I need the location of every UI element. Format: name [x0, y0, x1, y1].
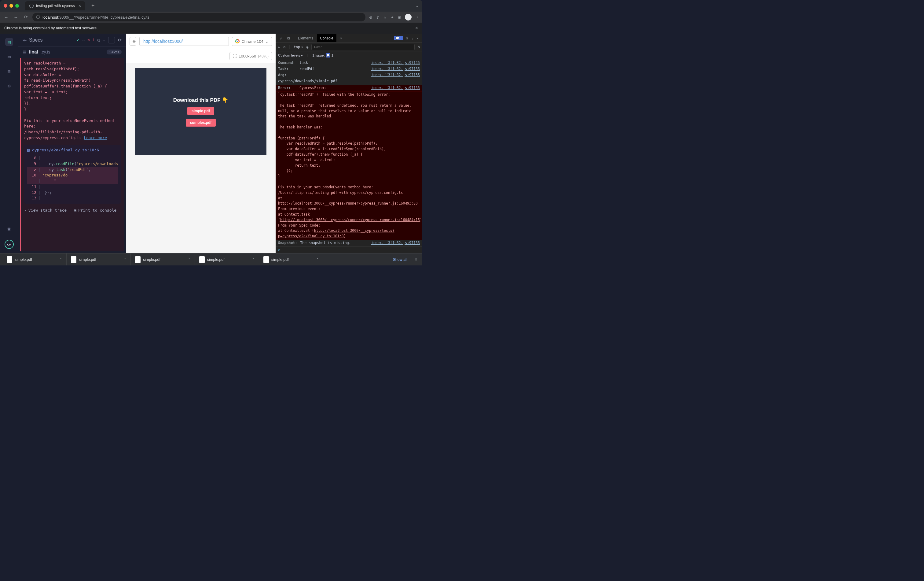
- show-all-downloads[interactable]: Show all: [388, 257, 412, 262]
- source-link[interactable]: index.ff3f1e82.js:97135: [371, 240, 420, 246]
- url-bar[interactable]: ⓘ localhost:3000/__/#/specs/runner?file=…: [32, 13, 365, 22]
- spec-name: final: [29, 49, 38, 55]
- specs-nav-icon[interactable]: ▤: [5, 38, 13, 46]
- console-prompt[interactable]: >: [276, 246, 422, 253]
- stack-link[interactable]: http://localhost:3000/__cypress/runner/c…: [278, 201, 418, 205]
- file-icon: [71, 256, 76, 263]
- url-host: localhost: [43, 15, 58, 20]
- clear-icon[interactable]: ⊘: [283, 45, 285, 49]
- spec-file-row[interactable]: ▤ final.cy.ts 136ms: [18, 47, 126, 57]
- levels-selector[interactable]: Custom levels ▾: [278, 53, 303, 58]
- fail-count: 1: [92, 38, 95, 42]
- pending-icon: ◷: [97, 38, 100, 42]
- share-icon[interactable]: ⇪: [376, 15, 380, 20]
- search-icon[interactable]: ⊕: [369, 15, 373, 20]
- download-item[interactable]: simple.pdf⌃: [195, 253, 259, 265]
- forward-button[interactable]: →: [13, 15, 19, 20]
- view-stack-button[interactable]: ›View stack trace: [24, 207, 67, 214]
- chevron-up-icon[interactable]: ⌃: [188, 258, 190, 261]
- browser-selector[interactable]: Chrome 104 ⌄: [232, 37, 272, 46]
- chevron-down-icon[interactable]: ⌄: [108, 37, 115, 43]
- device-icon[interactable]: ⧉: [285, 36, 292, 41]
- chevron-up-icon[interactable]: ⌃: [124, 258, 126, 261]
- download-item[interactable]: simple.pdf⌃: [131, 253, 195, 265]
- kebab-icon[interactable]: ⋮: [410, 36, 414, 40]
- issues-badge[interactable]: 💬 1: [394, 36, 403, 40]
- preview-toolbar: ⊕ http://localhost:3000/ Chrome 104 ⌄ ⛶ …: [126, 34, 276, 63]
- gear-icon[interactable]: ⚙: [406, 36, 408, 40]
- refresh-button[interactable]: ⟳: [118, 38, 122, 43]
- filter-input[interactable]: [311, 44, 414, 50]
- close-window-button[interactable]: [4, 4, 7, 8]
- context-selector[interactable]: top ▾: [294, 45, 303, 49]
- download-item[interactable]: simple.pdf⌃: [2, 253, 67, 265]
- source-link[interactable]: index.ff3f1e82.js:97135: [371, 73, 420, 78]
- expand-icon: ⇤: [23, 37, 26, 43]
- close-icon[interactable]: ×: [416, 36, 419, 40]
- issues-link[interactable]: 1 Issue: 💬1: [312, 53, 333, 58]
- download-item[interactable]: simple.pdf⌃: [259, 253, 323, 265]
- source-link[interactable]: index.ff3f1e82.js:97135: [371, 66, 420, 72]
- selector-playground-button[interactable]: ⊕: [130, 37, 136, 46]
- kebab-icon[interactable]: ⋮: [415, 15, 419, 20]
- gear-icon[interactable]: ⚙: [418, 45, 420, 49]
- source-link[interactable]: index.ff3f1e82.js:97135: [371, 85, 420, 91]
- back-button[interactable]: ←: [3, 15, 9, 20]
- play-icon[interactable]: ▸: [278, 45, 280, 49]
- debug-nav-icon[interactable]: ⊟: [5, 67, 13, 75]
- code-frame-file[interactable]: ▤ cypress/e2e/final.cy.ts:10:6: [27, 147, 118, 153]
- avatar[interactable]: [405, 14, 412, 20]
- viewport-size[interactable]: ⛶ 1000x660 (43%): [229, 52, 272, 60]
- new-tab-button[interactable]: +: [91, 3, 95, 9]
- chevron-up-icon[interactable]: ⌃: [252, 258, 254, 261]
- spec-duration: 136ms: [107, 50, 122, 55]
- browser-nav-bar: ← → ⟳ ⓘ localhost:3000/__/#/specs/runner…: [0, 12, 422, 23]
- settings-nav-icon[interactable]: ⚙: [5, 82, 13, 90]
- file-icon: ▤: [27, 147, 30, 153]
- minimize-window-button[interactable]: [10, 4, 13, 8]
- file-icon: [7, 256, 12, 263]
- close-icon[interactable]: ×: [79, 3, 81, 8]
- inspect-icon[interactable]: ⬀: [277, 36, 284, 40]
- chevron-up-icon[interactable]: ⌃: [316, 258, 319, 261]
- source-link[interactable]: index.ff3f1e82.js:97135: [371, 60, 420, 66]
- close-icon[interactable]: ×: [412, 257, 420, 262]
- specs-title[interactable]: ⇤ Specs: [23, 37, 74, 43]
- aut-url[interactable]: http://localhost:3000/: [139, 37, 229, 46]
- eye-icon[interactable]: ◉: [306, 45, 308, 49]
- file-icon: ▤: [23, 50, 26, 54]
- tab-title: testing-pdf-with-cypress: [36, 4, 75, 8]
- tab-console[interactable]: Console: [317, 34, 337, 42]
- close-icon[interactable]: ×: [415, 25, 418, 31]
- download-simple-button[interactable]: simple.pdf: [187, 107, 214, 115]
- tab-elements[interactable]: Elements: [295, 34, 316, 42]
- maximize-window-button[interactable]: [15, 4, 19, 8]
- file-icon: [263, 256, 269, 263]
- reload-button[interactable]: ⟳: [23, 14, 29, 20]
- extensions-icon[interactable]: ✦: [391, 15, 394, 20]
- stack-link[interactable]: http://localhost:3000/__cypress/runner/c…: [280, 218, 420, 222]
- chevron-down-icon[interactable]: ⌄: [415, 4, 419, 8]
- workspace: ▤ ▭ ⊟ ⚙ ⌘ cy ⇤ Specs ✓-- ✕1 ◷-- ⌄ ⟳ ▤ fi…: [0, 34, 422, 253]
- downloads-bar: simple.pdf⌃ simple.pdf⌃ simple.pdf⌃ simp…: [0, 253, 422, 265]
- chevron-down-icon: ⌄: [265, 39, 269, 44]
- devtools-panel: ⬀ ⧉ | Elements Console » 💬 1 ⚙ ⋮ × ▸ ⊘ |…: [276, 34, 422, 253]
- scale-icon: ⛶: [233, 54, 237, 58]
- print-console-button[interactable]: ▣Print to console: [74, 207, 116, 214]
- star-icon[interactable]: ☆: [383, 15, 387, 20]
- file-icon: [135, 256, 140, 263]
- error-code-snippet: var resolvedPath = path.resolve(pathToPd…: [24, 61, 121, 112]
- automation-msg: Chrome is being controlled by automated …: [4, 26, 98, 30]
- keyboard-icon[interactable]: ⌘: [5, 225, 13, 233]
- info-icon[interactable]: ⓘ: [36, 14, 40, 20]
- sidepanel-icon[interactable]: ▣: [398, 15, 401, 20]
- browser-tab[interactable]: testing-pdf-with-cypress ×: [25, 1, 85, 10]
- url-path: :3000/__/#/specs/runner?file=cypress/e2e…: [58, 15, 149, 20]
- cypress-logo[interactable]: cy: [5, 240, 14, 249]
- download-complex-button[interactable]: complex.pdf: [186, 119, 216, 127]
- runs-nav-icon[interactable]: ▭: [5, 53, 13, 61]
- chevron-up-icon[interactable]: ⌃: [59, 258, 62, 261]
- tab-more[interactable]: »: [337, 34, 345, 42]
- download-item[interactable]: simple.pdf⌃: [67, 253, 131, 265]
- learn-more-link[interactable]: Learn more: [84, 136, 107, 140]
